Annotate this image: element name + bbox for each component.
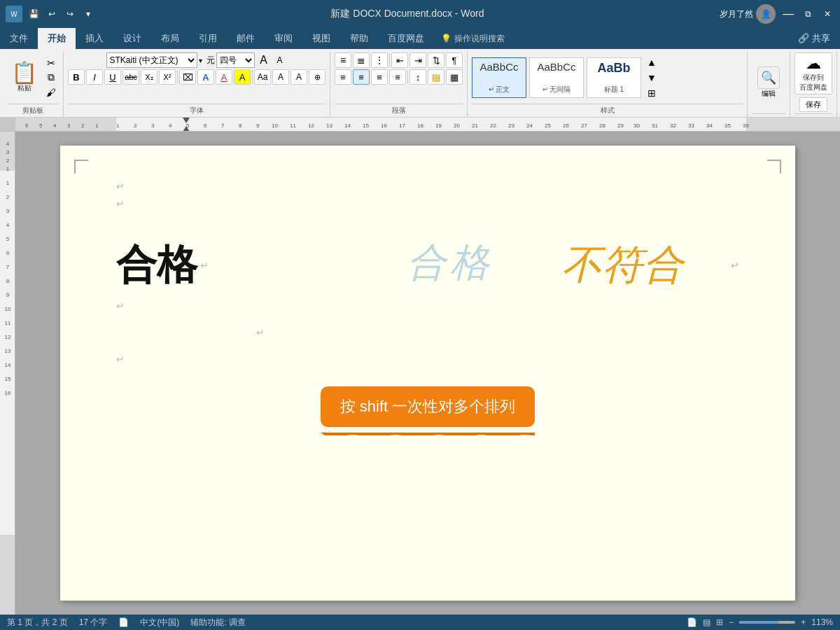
font-aa-button[interactable]: Aa xyxy=(254,69,271,85)
tab-file[interactable]: 文件 xyxy=(0,28,38,49)
tab-share[interactable]: 🔗 共享 xyxy=(788,28,840,49)
svg-text:33: 33 xyxy=(688,122,694,129)
align-left-button[interactable]: ≡ xyxy=(335,69,351,85)
tab-design[interactable]: 设计 xyxy=(113,28,151,49)
phonetic-button[interactable]: ⊕ xyxy=(309,69,326,85)
styles-expand[interactable]: ⊞ xyxy=(644,86,659,100)
svg-text:18: 18 xyxy=(417,122,424,129)
svg-text:13: 13 xyxy=(326,122,332,129)
tab-mailings[interactable]: 邮件 xyxy=(227,28,265,49)
tab-layout[interactable]: 布局 xyxy=(151,28,189,49)
styles-scroll-down[interactable]: ▼ xyxy=(644,71,659,85)
styles-scroll-up[interactable]: ▲ xyxy=(644,55,659,69)
svg-text:12: 12 xyxy=(4,334,10,340)
tab-insert[interactable]: 插入 xyxy=(76,28,113,49)
line-spacing-button[interactable]: ↕ xyxy=(410,69,426,85)
view-icon-1[interactable]: 📄 xyxy=(687,617,697,627)
tab-review[interactable]: 审阅 xyxy=(265,28,302,49)
page-corner-tl xyxy=(74,160,88,174)
increase-indent-button[interactable]: ⇥ xyxy=(410,52,426,68)
minimize-button[interactable]: — xyxy=(781,7,795,21)
font-shrink-button[interactable]: A xyxy=(272,53,288,67)
svg-text:11: 11 xyxy=(4,320,10,326)
style-normal[interactable]: AaBbCc ↵ 正文 xyxy=(472,57,526,98)
view-icon-2[interactable]: ▤ xyxy=(703,617,710,627)
accessibility[interactable]: 辅助功能: 调查 xyxy=(190,617,246,629)
font-color-button[interactable]: A xyxy=(216,69,232,85)
show-marks-button[interactable]: ¶ xyxy=(446,52,463,68)
align-center-button[interactable]: ≡ xyxy=(353,69,370,85)
subscript-button[interactable]: X₂ xyxy=(141,69,158,85)
font-family-select[interactable]: STKaiti (中文正文) xyxy=(106,52,197,68)
tab-baidu[interactable]: 百度网盘 xyxy=(378,28,434,49)
tab-home[interactable]: 开始 xyxy=(38,28,76,49)
view-icon-3[interactable]: ⊞ xyxy=(716,617,723,627)
italic-button[interactable]: I xyxy=(86,69,103,85)
tab-view[interactable]: 视图 xyxy=(302,28,340,49)
font-size-select[interactable]: 四号 xyxy=(216,52,255,68)
font-char-button[interactable]: A xyxy=(272,69,289,85)
page-view-icon[interactable]: 📄 xyxy=(118,617,129,627)
clear-format-button[interactable]: ⌧ xyxy=(179,69,196,85)
para-mark-1: ↵ xyxy=(116,181,125,192)
cut-button[interactable]: ✂ xyxy=(43,56,59,70)
paste-button[interactable]: 📋 粘贴 xyxy=(7,61,41,94)
zoom-level: 113% xyxy=(811,617,833,627)
lang-indicator[interactable]: 中文(中国) xyxy=(140,617,179,629)
align-right-button[interactable]: ≡ xyxy=(371,69,388,85)
font-style-button[interactable]: A xyxy=(290,69,307,85)
justify-button[interactable]: ≡ xyxy=(389,69,406,85)
svg-text:36: 36 xyxy=(743,122,749,129)
more-commands-button[interactable]: ▾ xyxy=(81,7,95,21)
user-account[interactable]: 岁月了然 👤 xyxy=(720,4,776,24)
text-effect-button[interactable]: A xyxy=(197,69,214,85)
close-button[interactable]: ✕ xyxy=(820,7,834,21)
zoom-in-button[interactable]: + xyxy=(801,617,806,627)
redo-button[interactable]: ↪ xyxy=(63,7,77,21)
svg-text:3: 3 xyxy=(151,122,155,129)
style-heading1[interactable]: AaBb 标题 1 xyxy=(587,57,641,98)
group-editing: 🔍 编辑 xyxy=(748,51,790,117)
font-grow-button[interactable]: A xyxy=(256,53,272,67)
username: 岁月了然 xyxy=(720,8,753,20)
svg-text:4: 4 xyxy=(169,122,172,129)
restore-button[interactable]: ⧉ xyxy=(801,7,815,21)
document-area[interactable]: ↵ 合格 ↵ 合格 ↵ xyxy=(15,132,840,615)
shading-button[interactable]: ▤ xyxy=(428,69,444,85)
svg-text:22: 22 xyxy=(490,122,496,129)
bold-button[interactable]: B xyxy=(68,69,85,85)
undo-button[interactable]: ↩ xyxy=(45,7,59,21)
numbering-button[interactable]: ≣ xyxy=(353,52,370,68)
tab-references[interactable]: 引用 xyxy=(189,28,227,49)
zoom-slider[interactable] xyxy=(739,621,795,624)
multilevel-button[interactable]: ⋮ xyxy=(371,52,388,68)
strikethrough-button[interactable]: abc xyxy=(122,69,139,85)
save-button[interactable]: 保存 xyxy=(799,97,827,112)
vertical-ruler: 4 3 2 1 1 2 3 4 5 6 7 8 9 10 11 12 13 14… xyxy=(0,132,15,615)
underline-button[interactable]: U xyxy=(104,69,121,85)
save-to-baidu-button[interactable]: ☁ 保存到 百度网盘 xyxy=(794,52,832,94)
zoom-out-button[interactable]: − xyxy=(729,617,734,627)
svg-text:2: 2 xyxy=(6,194,9,200)
document-content[interactable]: ↵ 合格 ↵ 合格 ↵ xyxy=(116,181,739,531)
app-icon: W xyxy=(6,6,22,22)
copy-button[interactable]: ⧉ xyxy=(43,71,59,85)
quick-save-button[interactable]: 💾 xyxy=(27,7,41,21)
style-nospace[interactable]: AaBbCc ↵ 无间隔 xyxy=(529,57,584,98)
format-paint-button[interactable]: 🖌 xyxy=(43,85,59,99)
bullets-button[interactable]: ≡ xyxy=(335,52,351,68)
svg-text:4: 4 xyxy=(6,222,9,228)
decrease-indent-button[interactable]: ⇤ xyxy=(391,52,408,68)
search-button[interactable]: 🔍 编辑 xyxy=(752,64,785,102)
superscript-button[interactable]: X² xyxy=(159,69,176,85)
search-box-label[interactable]: 操作说明搜索 xyxy=(454,33,505,45)
svg-text:8: 8 xyxy=(239,122,242,129)
tab-help[interactable]: 帮助 xyxy=(340,28,378,49)
highlight-button[interactable]: A xyxy=(234,69,251,85)
paste-label: 粘贴 xyxy=(18,83,31,93)
svg-text:9: 9 xyxy=(6,292,9,298)
svg-text:3: 3 xyxy=(6,208,9,214)
page-corner-tr xyxy=(767,160,781,174)
border-button[interactable]: ▦ xyxy=(446,69,463,85)
sort-button[interactable]: ⇅ xyxy=(428,52,444,68)
